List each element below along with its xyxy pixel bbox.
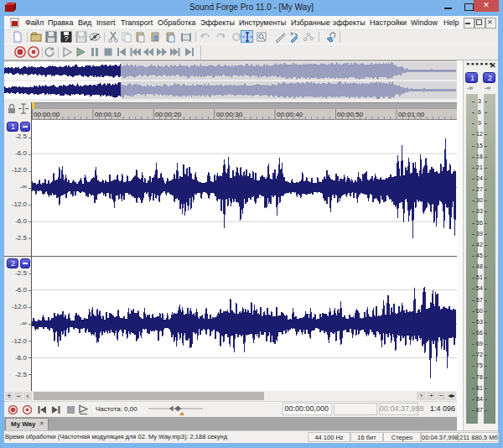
svg-text:?: ? <box>64 34 68 43</box>
svg-text:00:00:00: 00:00:00 <box>34 111 60 118</box>
svg-text:00:00:50: 00:00:50 <box>337 111 364 118</box>
